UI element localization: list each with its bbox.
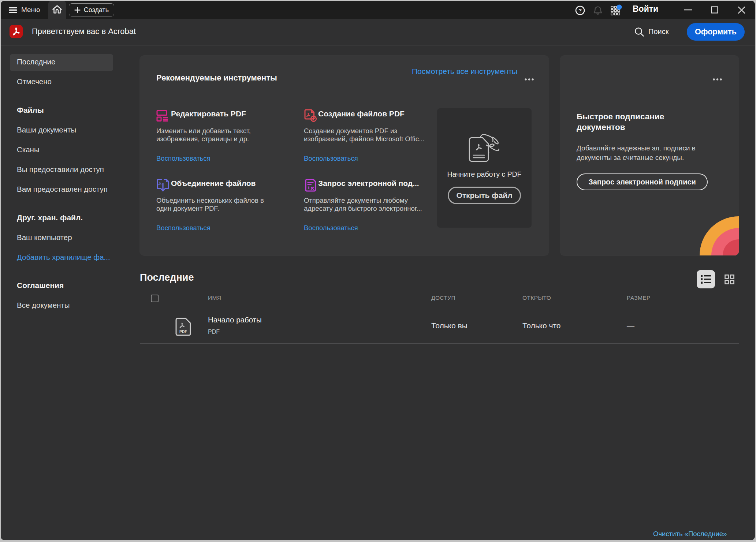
svg-text:PDF: PDF	[179, 329, 187, 334]
svg-text:?: ?	[578, 7, 582, 14]
